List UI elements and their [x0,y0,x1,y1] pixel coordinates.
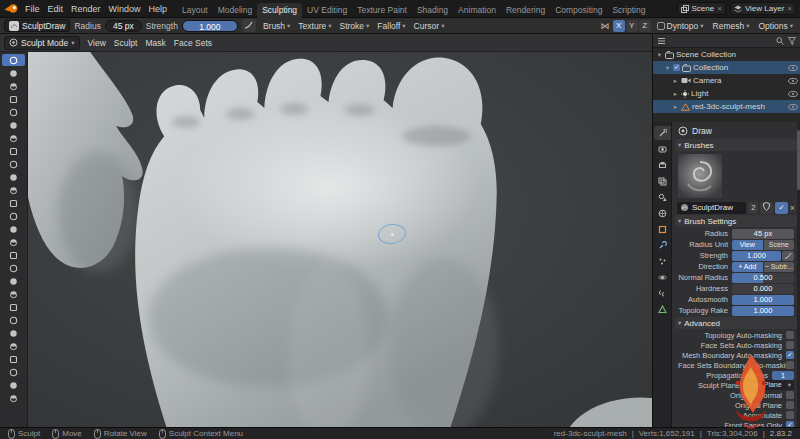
mirror-axis-y[interactable]: Y [626,20,638,32]
properties-tab-particles[interactable] [654,254,671,268]
blender-logo-icon[interactable] [4,3,19,14]
brush-users-count[interactable]: 2 [748,202,758,214]
properties-tab-scene[interactable] [654,190,671,204]
brush-unlink-icon[interactable]: × [790,202,795,214]
active-brush-selector[interactable]: SculptDraw [4,19,70,32]
menu-file[interactable]: File [21,3,44,15]
radius-unit-option-scene[interactable]: Scene [764,240,795,250]
popover-falloff[interactable]: Falloff▾ [374,21,408,31]
workspace-tab-animation[interactable]: Animation [453,3,501,18]
remesh-popover[interactable]: Remesh ▾ [710,21,753,31]
tool-clay-strips[interactable] [2,93,25,105]
tool-pose[interactable] [2,301,25,313]
workspace-tab-modeling[interactable]: Modeling [213,3,258,18]
propagation-steps-field[interactable]: 1 [772,371,794,380]
viewport-menu-face-sets[interactable]: Face Sets [171,38,215,48]
visibility-eye-icon[interactable] [788,104,798,110]
properties-tab-tool[interactable] [654,126,671,140]
strength-pressure-icon[interactable] [782,251,794,261]
tool-fill[interactable] [2,197,25,209]
outliner-row-scene-collection[interactable]: ▾Scene Collection [653,48,800,61]
visibility-eye-icon[interactable] [788,65,798,71]
workspace-tab-sculpting[interactable]: Sculpting [257,3,302,18]
tool-inflate[interactable] [2,132,25,144]
pressure-sensitivity-icon[interactable] [242,19,256,32]
tool-rotate[interactable] [2,327,25,339]
tool-pinch[interactable] [2,236,25,248]
outliner-row-collection[interactable]: ▾✓Collection [653,61,800,74]
tool-simplify[interactable] [2,353,25,365]
radius-field[interactable]: 45 px [732,229,794,239]
radius-unit-option-view[interactable]: View [732,240,763,250]
outliner-editor-icon[interactable] [657,37,666,45]
workspace-tab-rendering[interactable]: Rendering [501,3,550,18]
tool-nudge[interactable] [2,314,25,326]
brushes-panel-header[interactable]: ▾ Brushes [675,139,797,151]
autosmooth-slider[interactable]: 1.000 [732,295,794,305]
dyntopo-checkbox-icon[interactable] [657,22,665,30]
properties-tab-object[interactable] [654,222,671,236]
tool-blob[interactable] [2,145,25,157]
tool-elastic-deform[interactable] [2,262,25,274]
viewport-canvas[interactable] [28,52,652,427]
viewport-menu-mask[interactable]: Mask [142,38,168,48]
popover-texture[interactable]: Texture▾ [295,21,334,31]
tool-grab[interactable] [2,249,25,261]
collection-checkbox[interactable]: ✓ [673,64,680,71]
outliner-row-camera[interactable]: ▸Camera [653,74,800,87]
viewport-menu-view[interactable]: View [85,38,109,48]
menu-edit[interactable]: Edit [44,3,68,15]
disclosure-arrow-icon[interactable]: ▾ [664,64,671,72]
tool-draw-sharp[interactable] [2,67,25,79]
scene-selector[interactable]: Scene × [677,2,726,15]
radius-field[interactable]: 45 px [105,20,142,32]
tool-clay[interactable] [2,80,25,92]
properties-tab-output[interactable] [654,158,671,172]
properties-tab-view-layer[interactable] [654,174,671,188]
workspace-tab-texture-paint[interactable]: Texture Paint [352,3,412,18]
visibility-eye-icon[interactable] [788,91,798,97]
disclosure-arrow-icon[interactable]: ▸ [672,90,679,98]
workspace-tab-uv-editing[interactable]: UV Editing [302,3,352,18]
mirror-axis-z[interactable]: Z [639,20,651,32]
tool-flatten[interactable] [2,184,25,196]
options-popover[interactable]: Options ▾ [755,21,796,31]
disclosure-arrow-icon[interactable]: ▸ [672,103,679,111]
topology-rake-slider[interactable]: 1.000 [732,306,794,316]
brush-preview-thumbnail[interactable] [678,154,722,198]
workspace-tab-scripting[interactable]: Scripting [607,3,650,18]
brush-name-field[interactable]: SculptDraw [677,202,746,214]
properties-tab-physics[interactable] [654,270,671,284]
tool-draw[interactable] [2,54,25,66]
workspace-tab-layout[interactable]: Layout [177,3,213,18]
original-normal-checkbox[interactable] [786,391,794,399]
strength-slider[interactable]: 1.000 [732,251,781,261]
advanced-panel-header[interactable]: ▾ Advanced [675,317,797,329]
properties-tab-modifiers[interactable] [654,238,671,252]
mesh-boundary-auto-masking-checkbox[interactable]: ✓ [786,351,794,359]
popover-stroke[interactable]: Stroke▾ [337,21,373,31]
tool-layer[interactable] [2,119,25,131]
original-plane-checkbox[interactable] [786,401,794,409]
properties-tab-constraints[interactable] [654,286,671,300]
scene-unlink-icon[interactable]: × [717,4,722,13]
popover-cursor[interactable]: Cursor▾ [411,21,448,31]
disclosure-arrow-icon[interactable]: ▾ [656,51,663,59]
menu-help[interactable]: Help [145,3,172,15]
normal-radius-slider[interactable]: 0.500 [732,273,794,283]
tool-mask[interactable] [2,366,25,378]
outliner-row-red-3dc-sculpt-mesh[interactable]: ▸red-3dc-sculpt-mesh [653,100,800,113]
face-sets-boundary-auto-masking-checkbox[interactable] [786,361,794,369]
tool-slide-relax[interactable] [2,340,25,352]
properties-tab-object-data[interactable] [654,302,671,316]
direction-option-add[interactable]: + Add [732,262,763,272]
filter-icon[interactable] [788,37,796,45]
viewport-menu-sculpt[interactable]: Sculpt [111,38,141,48]
workspace-tab-shading[interactable]: Shading [412,3,453,18]
front-faces-only-checkbox[interactable]: ✓ [786,421,794,427]
properties-tab-render[interactable] [654,142,671,156]
dyntopo-popover[interactable]: Dyntopo ▾ [654,21,707,31]
view-layer-unlink-icon[interactable]: × [787,4,792,13]
visibility-eye-icon[interactable] [788,78,798,84]
topology-auto-masking-checkbox[interactable] [786,331,794,339]
